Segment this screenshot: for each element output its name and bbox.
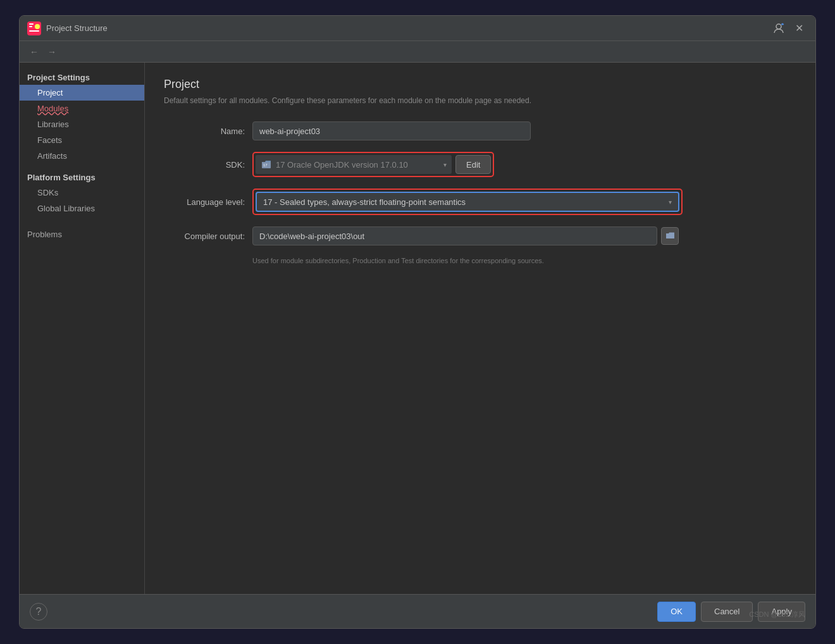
platform-settings-label: Platform Settings	[20, 169, 144, 185]
compiler-output-input[interactable]	[252, 226, 657, 245]
name-label: Name:	[164, 127, 252, 136]
sdk-red-border: 17 17 Oracle OpenJDK version 17.0.10 ▾ E…	[252, 152, 494, 177]
ok-button[interactable]: OK	[657, 602, 696, 622]
main-content: Project Default settings for all modules…	[145, 63, 815, 594]
help-button[interactable]: ?	[30, 603, 47, 621]
footer: ? OK Cancel Apply	[20, 594, 815, 628]
project-structure-dialog: Project Structure ✕ ← → Project Settings…	[19, 15, 816, 629]
page-title: Project	[164, 78, 796, 91]
navbar: ← →	[20, 41, 815, 63]
sidebar-item-global-libraries[interactable]: Global Libraries	[20, 201, 144, 216]
sidebar: Project Settings Project Modules Librari…	[20, 63, 145, 594]
svg-point-4	[35, 24, 40, 29]
sdk-folder-icon: 17	[261, 159, 272, 170]
sidebar-item-modules[interactable]: Modules	[20, 101, 144, 116]
language-level-value: 17 - Sealed types, always-strict floatin…	[263, 197, 669, 207]
intellij-logo-icon	[27, 22, 41, 35]
titlebar: Project Structure ✕	[20, 16, 815, 41]
svg-point-5	[776, 24, 781, 29]
name-input[interactable]	[252, 121, 531, 140]
cancel-button[interactable]: Cancel	[701, 602, 753, 622]
compiler-hint: Used for module subdirectories, Producti…	[252, 257, 796, 264]
project-settings-label: Project Settings	[20, 69, 144, 85]
user-icon[interactable]	[770, 20, 788, 37]
sdk-label: SDK:	[164, 160, 252, 170]
dialog-title: Project Structure	[46, 23, 770, 33]
compiler-row-inner	[252, 226, 679, 245]
sidebar-item-project[interactable]: Project	[20, 85, 144, 101]
sdk-chevron-icon: ▾	[443, 161, 447, 168]
svg-rect-2	[29, 26, 32, 27]
page-subtitle: Default settings for all modules. Config…	[164, 95, 796, 106]
svg-rect-3	[29, 30, 39, 32]
back-button[interactable]: ←	[27, 46, 41, 58]
svg-text:17: 17	[263, 163, 268, 167]
sdk-edit-button[interactable]: Edit	[455, 155, 491, 174]
sdk-row: SDK: 17 17 Oracle OpenJDK version 17.0.1…	[164, 152, 796, 177]
language-level-dropdown[interactable]: 17 - Sealed types, always-strict floatin…	[256, 192, 679, 212]
language-level-label: Language level:	[164, 197, 252, 207]
apply-button[interactable]: Apply	[758, 602, 805, 622]
body: Project Settings Project Modules Librari…	[20, 63, 815, 594]
language-level-row: Language level: 17 - Sealed types, alway…	[164, 189, 796, 215]
sdk-dropdown[interactable]: 17 17 Oracle OpenJDK version 17.0.10 ▾	[256, 155, 452, 174]
sidebar-item-artifacts[interactable]: Artifacts	[20, 148, 144, 164]
name-row: Name:	[164, 121, 796, 140]
sdk-value: 17 Oracle OpenJDK version 17.0.10	[276, 160, 440, 170]
compiler-output-label: Compiler output:	[164, 232, 252, 241]
sidebar-item-libraries[interactable]: Libraries	[20, 116, 144, 132]
sidebar-item-facets[interactable]: Facets	[20, 132, 144, 148]
lang-chevron-icon: ▾	[669, 199, 672, 206]
close-button[interactable]: ✕	[790, 20, 808, 37]
compiler-folder-button[interactable]	[661, 227, 679, 245]
forward-button[interactable]: →	[45, 46, 59, 58]
sidebar-item-problems[interactable]: Problems	[20, 226, 144, 242]
compiler-output-row: Compiler output:	[164, 226, 796, 245]
lang-red-border: 17 - Sealed types, always-strict floatin…	[252, 189, 683, 215]
sidebar-item-sdks[interactable]: SDKs	[20, 185, 144, 201]
svg-rect-1	[29, 23, 34, 25]
